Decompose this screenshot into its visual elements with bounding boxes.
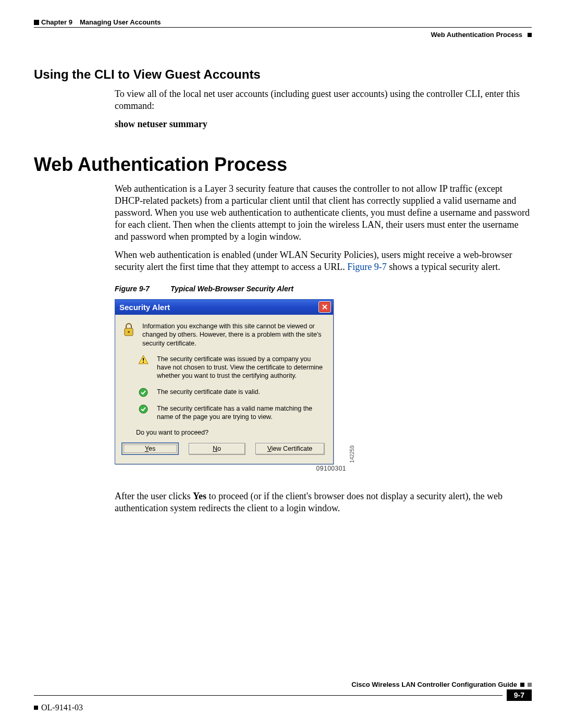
paragraph-2: When web authentication is enabled (unde… <box>115 249 532 273</box>
footer-guide-title: Cisco Wireless LAN Controller Configurat… <box>351 681 517 688</box>
footer-square-icon-2 <box>528 683 532 687</box>
view-certificate-button[interactable]: View Certificate <box>255 443 324 454</box>
close-icon <box>322 304 328 310</box>
after-figure-paragraph: After the user clicks Yes to proceed (or… <box>115 490 532 514</box>
chapter-title: Managing User Accounts <box>80 18 161 26</box>
footer-left-square-icon <box>34 706 38 710</box>
after-para-yes: Yes <box>193 491 206 501</box>
dialog-ok1-text: The security certificate date is valid. <box>157 388 325 397</box>
paragraph-2b: shows a typical security alert. <box>387 262 500 272</box>
warning-icon <box>136 355 151 380</box>
figure-label: Figure 9-7 <box>115 285 150 294</box>
figure-crossref-link[interactable]: Figure 9-7 <box>347 262 387 272</box>
after-para-a: After the user clicks <box>115 491 193 501</box>
footer-rule <box>34 695 503 696</box>
dialog-ok2-text: The security certificate has a valid nam… <box>157 404 325 422</box>
svg-point-4 <box>139 388 148 397</box>
footer-docid-row: OL-9141-03 <box>34 703 532 712</box>
cli-command: show netuser summary <box>115 118 532 130</box>
dialog-title: Security Alert <box>119 302 170 312</box>
dialog-row-warn: The security certificate was issued by a… <box>136 355 325 380</box>
heading-web-auth: Web Authentication Process <box>34 154 532 176</box>
lock-icon <box>121 322 136 348</box>
dialog-row-ok2: The security certificate has a valid nam… <box>136 404 325 422</box>
dialog-row-lock: Information you exchange with this site … <box>121 322 325 348</box>
page-footer: Cisco Wireless LAN Controller Configurat… <box>34 681 532 712</box>
paragraph-1: Web authentication is a Layer 3 security… <box>115 183 532 243</box>
header-chapter-row: Chapter 9 Managing User Accounts <box>34 18 532 26</box>
check-icon <box>136 404 151 422</box>
chapter-number: Chapter 9 <box>41 18 72 26</box>
figure-below-number: 09100301 <box>316 465 346 473</box>
dialog-proceed-text: Do you want to proceed? <box>136 428 325 437</box>
header-rule <box>34 27 532 28</box>
close-button[interactable] <box>319 301 331 313</box>
security-alert-figure: Security Alert Information you exchange … <box>115 299 344 464</box>
check-icon <box>136 388 151 397</box>
subheading-cli: Using the CLI to View Guest Accounts <box>34 67 532 82</box>
view-label-rest: iew Certificate <box>272 445 313 452</box>
figure-title: Typical Web-Browser Security Alert <box>170 285 293 294</box>
footer-doc-id: OL-9141-03 <box>41 703 83 712</box>
no-label-rest: o <box>217 445 221 452</box>
svg-rect-3 <box>143 362 144 363</box>
header-bullet-icon <box>34 20 39 25</box>
cli-intro-text: To view all of the local net user accoun… <box>115 88 532 112</box>
header-section-right: Web Authentication Process <box>34 31 532 39</box>
svg-point-1 <box>128 331 130 333</box>
footer-guide-row: Cisco Wireless LAN Controller Configurat… <box>34 681 532 688</box>
dialog-titlebar: Security Alert <box>115 300 333 315</box>
dialog-warn-text: The security certificate was issued by a… <box>157 355 325 380</box>
figure-caption: Figure 9-7 Typical Web-Browser Security … <box>115 285 532 294</box>
no-button[interactable]: No <box>189 443 245 454</box>
footer-square-icon <box>520 683 524 687</box>
svg-point-5 <box>139 405 148 413</box>
figure-side-number: 142259 <box>349 446 356 463</box>
header-end-square-icon <box>528 33 532 37</box>
dialog-row-ok1: The security certificate date is valid. <box>136 388 325 397</box>
dialog-lock-text: Information you exchange with this site … <box>142 322 325 348</box>
section-name: Web Authentication Process <box>431 31 522 39</box>
yes-button[interactable]: Yes <box>122 443 178 454</box>
svg-rect-2 <box>143 358 144 361</box>
page-number: 9-7 <box>507 689 532 701</box>
security-alert-dialog: Security Alert Information you exchange … <box>115 299 334 464</box>
yes-label-rest: es <box>149 445 155 452</box>
